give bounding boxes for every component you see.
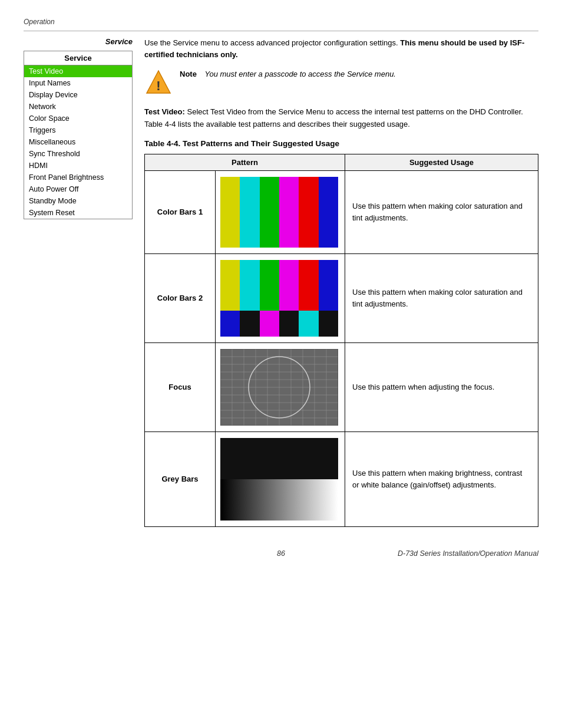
service-intro-text: Use the Service menu to access advanced … bbox=[144, 38, 398, 47]
pattern-name-color-bars-2: Color Bars 2 bbox=[145, 253, 216, 342]
header-divider bbox=[24, 31, 538, 31]
sidebar-item-hdmi[interactable]: HDMI bbox=[24, 160, 132, 172]
pattern-name-grey-bars: Grey Bars bbox=[145, 431, 216, 526]
suggested-usage-color-bars-2: Use this pattern when making color satur… bbox=[345, 253, 538, 342]
cb2b-black2 bbox=[279, 311, 299, 336]
test-video-bold-label: Test Video: bbox=[144, 107, 185, 116]
table-title: Table 4-4. Test Patterns and Their Sugge… bbox=[144, 139, 538, 148]
sidebar-item-network[interactable]: Network bbox=[24, 101, 132, 113]
suggested-usage-color-bars-1: Use this pattern when making color satur… bbox=[345, 170, 538, 253]
sidebar-item-standby-mode[interactable]: Standby Mode bbox=[24, 195, 132, 207]
warning-triangle-icon: ! bbox=[144, 68, 173, 97]
col-pattern: Pattern bbox=[145, 154, 345, 170]
table-row: Color Bars 2 bbox=[145, 253, 538, 342]
cb2-green bbox=[260, 260, 279, 311]
main-content: Use the Service menu to access advanced … bbox=[144, 37, 538, 527]
cb2b-blue bbox=[220, 311, 240, 336]
table-row: Color Bars 1 Use bbox=[145, 170, 538, 253]
svg-text:!: ! bbox=[156, 78, 160, 93]
sidebar-item-test-video[interactable]: Test Video bbox=[24, 65, 132, 77]
sidebar-menu: Service Test Video Input Names Display D… bbox=[24, 51, 133, 219]
sidebar-item-sync-threshold[interactable]: Sync Threshold bbox=[24, 148, 132, 160]
sidebar-item-display-device[interactable]: Display Device bbox=[24, 89, 132, 101]
footer: 86 D-73d Series Installation/Operation M… bbox=[24, 545, 538, 558]
content-area: Service Service Test Video Input Names D… bbox=[24, 37, 538, 527]
cb2b-black3 bbox=[319, 311, 338, 336]
patterns-table: Pattern Suggested Usage Color Bars 1 bbox=[144, 154, 538, 527]
cb2b-black1 bbox=[240, 311, 259, 336]
grey-gradient bbox=[220, 479, 338, 521]
pattern-image-color-bars-2 bbox=[216, 253, 345, 342]
sidebar-item-input-names[interactable]: Input Names bbox=[24, 77, 132, 89]
cb2b-magenta bbox=[260, 311, 279, 336]
cb1-yellow bbox=[220, 177, 240, 248]
cb2-bottom bbox=[220, 311, 338, 336]
pattern-image-color-bars-1 bbox=[216, 170, 345, 253]
pattern-image-focus bbox=[216, 342, 345, 431]
color-bars-1-image bbox=[220, 177, 338, 248]
test-video-description: Test Video: Select Test Video from the S… bbox=[144, 106, 538, 131]
pattern-name-color-bars-1: Color Bars 1 bbox=[145, 170, 216, 253]
sidebar-item-triggers[interactable]: Triggers bbox=[24, 124, 132, 136]
sidebar-item-system-reset[interactable]: System Reset bbox=[24, 207, 132, 219]
col-suggested-usage: Suggested Usage bbox=[345, 154, 538, 170]
sidebar-title-label: Service bbox=[105, 37, 133, 46]
focus-grid-svg bbox=[220, 349, 338, 426]
breadcrumb: Operation bbox=[24, 18, 538, 26]
sidebar-item-color-space[interactable]: Color Space bbox=[24, 113, 132, 124]
cb2-top bbox=[220, 260, 338, 311]
sidebar-title-area: Service bbox=[24, 37, 133, 46]
note-content: Note You must enter a passcode to access… bbox=[180, 68, 396, 80]
table-row: Grey Bars Use this pattern when making b… bbox=[145, 431, 538, 526]
sidebar-item-front-panel-brightness[interactable]: Front Panel Brightness bbox=[24, 172, 132, 183]
service-intro: Use the Service menu to access advanced … bbox=[144, 37, 538, 60]
test-video-text: Select Test Video from the Service Menu … bbox=[144, 107, 523, 129]
footer-right-text: D-73d Series Installation/Operation Manu… bbox=[367, 549, 538, 558]
sidebar: Service Service Test Video Input Names D… bbox=[24, 37, 133, 527]
page: Operation Service Service Test Video Inp… bbox=[0, 0, 562, 728]
cb2-cyan bbox=[240, 260, 259, 311]
table-row: Focus bbox=[145, 342, 538, 431]
sidebar-item-auto-power-off[interactable]: Auto Power Off bbox=[24, 183, 132, 195]
pattern-name-focus: Focus bbox=[145, 342, 216, 431]
cb2-red bbox=[299, 260, 318, 311]
sidebar-menu-header: Service bbox=[24, 51, 132, 65]
pattern-image-grey-bars bbox=[216, 431, 345, 526]
note-text: You must enter a passcode to access the … bbox=[205, 67, 396, 78]
grey-bars-image bbox=[220, 438, 338, 521]
suggested-usage-grey-bars: Use this pattern when making brightness,… bbox=[345, 431, 538, 526]
note-label: Note bbox=[180, 70, 197, 78]
cb2b-cyan bbox=[299, 311, 318, 336]
sidebar-item-miscellaneous[interactable]: Miscellaneous bbox=[24, 136, 132, 148]
focus-image bbox=[220, 349, 338, 426]
cb2-blue bbox=[319, 260, 338, 311]
cb1-cyan bbox=[240, 177, 259, 248]
footer-page-number: 86 bbox=[195, 549, 366, 558]
grey-top-half bbox=[220, 438, 338, 479]
cb2-magenta bbox=[279, 260, 299, 311]
suggested-usage-focus: Use this pattern when adjusting the focu… bbox=[345, 342, 538, 431]
cb1-magenta bbox=[279, 177, 299, 248]
cb2-yellow bbox=[220, 260, 240, 311]
cb1-red bbox=[299, 177, 318, 248]
cb1-blue bbox=[319, 177, 338, 248]
cb1-green bbox=[260, 177, 279, 248]
note-box: ! Note You must enter a passcode to acce… bbox=[144, 68, 538, 97]
color-bars-2-image bbox=[220, 260, 338, 337]
